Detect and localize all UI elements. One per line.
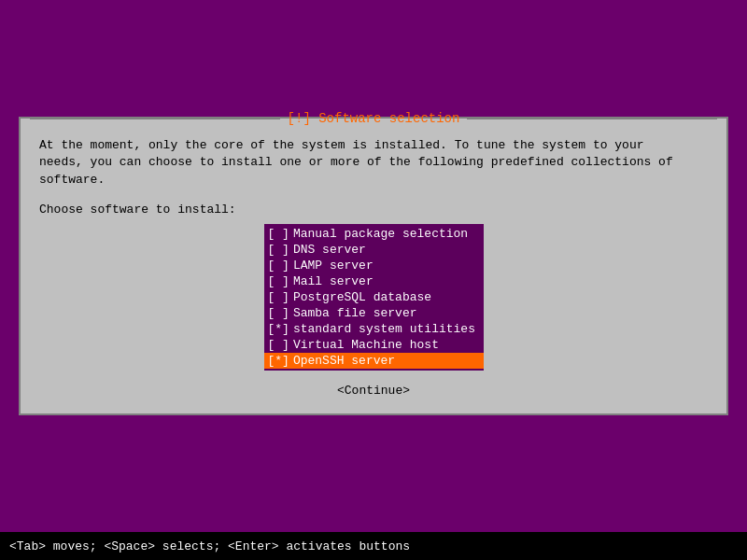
description-text: At the moment, only the core of the syst… [39, 137, 708, 189]
list-item-standard[interactable]: [*]standard system utilities [264, 321, 484, 337]
checkbox-vm: [ ] [268, 338, 289, 352]
item-label-lamp: LAMP server [293, 259, 480, 273]
checkbox-lamp: [ ] [268, 259, 289, 273]
continue-button-container: <Continue> [39, 382, 708, 399]
desc-line2: needs, you can choose to install one or … [39, 155, 673, 169]
status-text: <Tab> moves; <Space> selects; <Enter> ac… [9, 539, 410, 553]
software-list: [ ]Manual package selection[ ]DNS server… [264, 224, 484, 371]
dialog-box: [!] Software selection At the moment, on… [19, 117, 728, 415]
list-item-openssh[interactable]: [*]OpenSSH server [264, 353, 484, 369]
checkbox-manual: [ ] [268, 227, 289, 241]
checkbox-dns: [ ] [268, 243, 289, 257]
list-item-manual[interactable]: [ ]Manual package selection [264, 226, 484, 242]
checkbox-openssh: [*] [268, 354, 289, 368]
item-label-mail: Mail server [293, 274, 480, 288]
dialog-title: [!] Software selection [280, 111, 468, 126]
list-item-postgresql[interactable]: [ ]PostgreSQL database [264, 289, 484, 305]
checkbox-mail: [ ] [268, 274, 289, 288]
item-label-vm: Virtual Machine host [293, 338, 480, 352]
item-label-openssh: OpenSSH server [293, 354, 480, 368]
continue-button[interactable]: <Continue> [328, 382, 419, 399]
list-item-mail[interactable]: [ ]Mail server [264, 273, 484, 289]
desc-line3: software. [39, 173, 105, 187]
checkbox-standard: [*] [268, 322, 289, 336]
title-line-left [30, 118, 280, 119]
title-line-right [467, 118, 717, 119]
item-label-standard: standard system utilities [293, 322, 480, 336]
checkbox-postgresql: [ ] [268, 290, 289, 304]
status-bar: <Tab> moves; <Space> selects; <Enter> ac… [0, 532, 747, 560]
item-label-postgresql: PostgreSQL database [293, 290, 480, 304]
item-label-dns: DNS server [293, 243, 480, 257]
list-item-samba[interactable]: [ ]Samba file server [264, 305, 484, 321]
dialog-content: At the moment, only the core of the syst… [21, 137, 726, 413]
dialog-title-bar: [!] Software selection [21, 109, 726, 128]
desc-line1: At the moment, only the core of the syst… [39, 138, 644, 152]
list-item-dns[interactable]: [ ]DNS server [264, 242, 484, 258]
item-label-manual: Manual package selection [293, 227, 480, 241]
choose-label: Choose software to install: [39, 203, 708, 217]
checkbox-samba: [ ] [268, 306, 289, 320]
list-item-vm[interactable]: [ ]Virtual Machine host [264, 337, 484, 353]
item-label-samba: Samba file server [293, 306, 480, 320]
list-item-lamp[interactable]: [ ]LAMP server [264, 258, 484, 273]
